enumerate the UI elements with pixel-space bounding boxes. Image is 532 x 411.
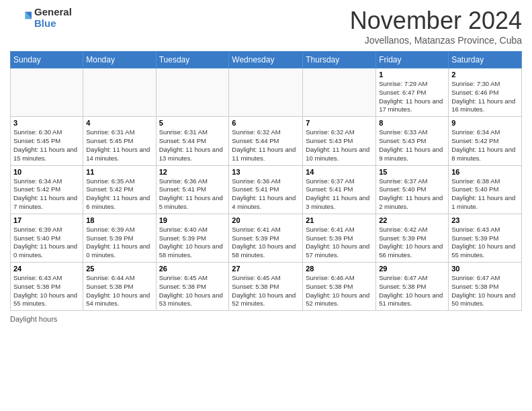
day-info: Sunrise: 6:41 AMSunset: 5:39 PMDaylight:… bbox=[306, 226, 373, 260]
calendar-cell: 24Sunrise: 6:43 AMSunset: 5:38 PMDayligh… bbox=[11, 263, 83, 311]
calendar-cell: 8Sunrise: 6:33 AMSunset: 5:43 PMDaylight… bbox=[376, 117, 449, 165]
day-info: Sunrise: 6:30 AMSunset: 5:45 PMDaylight:… bbox=[13, 128, 80, 163]
calendar-cell: 6Sunrise: 6:32 AMSunset: 5:44 PMDaylight… bbox=[229, 117, 303, 165]
day-number: 7 bbox=[306, 119, 373, 127]
day-number: 21 bbox=[306, 216, 373, 224]
weekday-header-thursday: Thursday bbox=[303, 52, 376, 68]
day-number: 15 bbox=[379, 168, 445, 176]
logo-general-text: General bbox=[34, 7, 72, 18]
calendar-cell: 22Sunrise: 6:42 AMSunset: 5:39 PMDayligh… bbox=[376, 214, 449, 262]
day-info: Sunrise: 6:43 AMSunset: 5:39 PMDaylight:… bbox=[451, 226, 519, 260]
calendar-cell: 1Sunrise: 7:29 AMSunset: 6:47 PMDaylight… bbox=[376, 68, 449, 117]
weekday-header-wednesday: Wednesday bbox=[229, 52, 303, 68]
day-info: Sunrise: 6:41 AMSunset: 5:39 PMDaylight:… bbox=[232, 226, 300, 260]
calendar-cell bbox=[303, 68, 376, 117]
calendar: SundayMondayTuesdayWednesdayThursdayFrid… bbox=[10, 51, 522, 311]
calendar-cell: 16Sunrise: 6:38 AMSunset: 5:40 PMDayligh… bbox=[449, 165, 522, 214]
calendar-week-2: 10Sunrise: 6:34 AMSunset: 5:42 PMDayligh… bbox=[11, 165, 522, 214]
day-number: 2 bbox=[451, 71, 519, 79]
day-info: Sunrise: 6:36 AMSunset: 5:41 PMDaylight:… bbox=[159, 177, 226, 212]
calendar-week-3: 17Sunrise: 6:39 AMSunset: 5:40 PMDayligh… bbox=[11, 214, 522, 262]
day-info: Sunrise: 6:40 AMSunset: 5:39 PMDaylight:… bbox=[159, 226, 226, 260]
weekday-header-saturday: Saturday bbox=[449, 52, 522, 68]
calendar-cell bbox=[83, 68, 156, 117]
calendar-cell: 12Sunrise: 6:36 AMSunset: 5:41 PMDayligh… bbox=[156, 165, 229, 214]
day-info: Sunrise: 7:30 AMSunset: 6:46 PMDaylight:… bbox=[451, 80, 519, 114]
calendar-cell: 29Sunrise: 6:47 AMSunset: 5:38 PMDayligh… bbox=[376, 263, 449, 311]
calendar-cell: 26Sunrise: 6:45 AMSunset: 5:38 PMDayligh… bbox=[156, 263, 229, 311]
day-number: 22 bbox=[379, 216, 445, 224]
calendar-week-1: 3Sunrise: 6:30 AMSunset: 5:45 PMDaylight… bbox=[11, 117, 522, 165]
day-number: 10 bbox=[13, 168, 80, 176]
day-info: Sunrise: 6:42 AMSunset: 5:39 PMDaylight:… bbox=[379, 226, 445, 260]
calendar-cell bbox=[156, 68, 229, 117]
day-number: 25 bbox=[86, 265, 152, 273]
day-info: Sunrise: 6:38 AMSunset: 5:40 PMDaylight:… bbox=[451, 177, 519, 212]
weekday-header-tuesday: Tuesday bbox=[156, 52, 229, 68]
day-number: 30 bbox=[451, 265, 519, 273]
day-info: Sunrise: 6:43 AMSunset: 5:38 PMDaylight:… bbox=[13, 274, 80, 308]
day-number: 27 bbox=[232, 265, 300, 273]
calendar-cell: 17Sunrise: 6:39 AMSunset: 5:40 PMDayligh… bbox=[11, 214, 83, 262]
logo-icon bbox=[10, 7, 32, 29]
day-info: Sunrise: 6:45 AMSunset: 5:38 PMDaylight:… bbox=[232, 274, 300, 308]
day-number: 26 bbox=[159, 265, 226, 273]
calendar-cell: 30Sunrise: 6:47 AMSunset: 5:38 PMDayligh… bbox=[449, 263, 522, 311]
weekday-header-row: SundayMondayTuesdayWednesdayThursdayFrid… bbox=[11, 52, 522, 68]
day-number: 13 bbox=[232, 168, 300, 176]
calendar-cell: 20Sunrise: 6:41 AMSunset: 5:39 PMDayligh… bbox=[229, 214, 303, 262]
calendar-cell bbox=[11, 68, 83, 117]
daylight-label: Daylight hours bbox=[10, 315, 57, 323]
calendar-cell: 10Sunrise: 6:34 AMSunset: 5:42 PMDayligh… bbox=[11, 165, 83, 214]
logo-text: General Blue bbox=[34, 7, 72, 29]
calendar-cell: 18Sunrise: 6:39 AMSunset: 5:39 PMDayligh… bbox=[83, 214, 156, 262]
calendar-cell: 13Sunrise: 6:36 AMSunset: 5:41 PMDayligh… bbox=[229, 165, 303, 214]
title-block: November 2024 Jovellanos, Matanzas Provi… bbox=[350, 7, 522, 46]
day-number: 20 bbox=[232, 216, 300, 224]
weekday-header-friday: Friday bbox=[376, 52, 449, 68]
logo-blue-text: Blue bbox=[34, 18, 72, 30]
calendar-week-4: 24Sunrise: 6:43 AMSunset: 5:38 PMDayligh… bbox=[11, 263, 522, 311]
calendar-cell: 9Sunrise: 6:34 AMSunset: 5:42 PMDaylight… bbox=[449, 117, 522, 165]
calendar-cell: 19Sunrise: 6:40 AMSunset: 5:39 PMDayligh… bbox=[156, 214, 229, 262]
day-number: 1 bbox=[379, 71, 445, 79]
calendar-cell: 3Sunrise: 6:30 AMSunset: 5:45 PMDaylight… bbox=[11, 117, 83, 165]
day-number: 23 bbox=[451, 216, 519, 224]
calendar-cell: 11Sunrise: 6:35 AMSunset: 5:42 PMDayligh… bbox=[83, 165, 156, 214]
day-info: Sunrise: 6:34 AMSunset: 5:42 PMDaylight:… bbox=[451, 128, 519, 163]
day-info: Sunrise: 7:29 AMSunset: 6:47 PMDaylight:… bbox=[379, 80, 445, 114]
footer: Daylight hours bbox=[10, 315, 522, 323]
calendar-cell: 21Sunrise: 6:41 AMSunset: 5:39 PMDayligh… bbox=[303, 214, 376, 262]
logo: General Blue bbox=[10, 7, 72, 29]
day-info: Sunrise: 6:47 AMSunset: 5:38 PMDaylight:… bbox=[379, 274, 445, 308]
day-number: 3 bbox=[13, 119, 80, 127]
day-number: 11 bbox=[86, 168, 152, 176]
day-number: 12 bbox=[159, 168, 226, 176]
weekday-header-monday: Monday bbox=[83, 52, 156, 68]
day-info: Sunrise: 6:44 AMSunset: 5:38 PMDaylight:… bbox=[86, 274, 152, 308]
day-number: 14 bbox=[306, 168, 373, 176]
calendar-cell: 2Sunrise: 7:30 AMSunset: 6:46 PMDaylight… bbox=[449, 68, 522, 117]
weekday-header-sunday: Sunday bbox=[11, 52, 83, 68]
calendar-cell: 14Sunrise: 6:37 AMSunset: 5:41 PMDayligh… bbox=[303, 165, 376, 214]
day-number: 4 bbox=[86, 119, 152, 127]
day-number: 18 bbox=[86, 216, 152, 224]
day-info: Sunrise: 6:46 AMSunset: 5:38 PMDaylight:… bbox=[306, 274, 373, 308]
day-number: 24 bbox=[13, 265, 80, 273]
page: General Blue November 2024 Jovellanos, M… bbox=[0, 0, 532, 330]
calendar-cell: 27Sunrise: 6:45 AMSunset: 5:38 PMDayligh… bbox=[229, 263, 303, 311]
day-info: Sunrise: 6:33 AMSunset: 5:43 PMDaylight:… bbox=[379, 128, 445, 163]
calendar-cell: 15Sunrise: 6:37 AMSunset: 5:40 PMDayligh… bbox=[376, 165, 449, 214]
day-info: Sunrise: 6:35 AMSunset: 5:42 PMDaylight:… bbox=[86, 177, 152, 212]
calendar-cell bbox=[229, 68, 303, 117]
day-info: Sunrise: 6:39 AMSunset: 5:40 PMDaylight:… bbox=[13, 226, 80, 260]
month-title: November 2024 bbox=[350, 7, 522, 35]
header: General Blue November 2024 Jovellanos, M… bbox=[10, 7, 522, 46]
day-number: 16 bbox=[451, 168, 519, 176]
day-info: Sunrise: 6:36 AMSunset: 5:41 PMDaylight:… bbox=[232, 177, 300, 212]
day-number: 19 bbox=[159, 216, 226, 224]
calendar-cell: 25Sunrise: 6:44 AMSunset: 5:38 PMDayligh… bbox=[83, 263, 156, 311]
day-number: 28 bbox=[306, 265, 373, 273]
day-info: Sunrise: 6:37 AMSunset: 5:40 PMDaylight:… bbox=[379, 177, 445, 212]
calendar-cell: 23Sunrise: 6:43 AMSunset: 5:39 PMDayligh… bbox=[449, 214, 522, 262]
